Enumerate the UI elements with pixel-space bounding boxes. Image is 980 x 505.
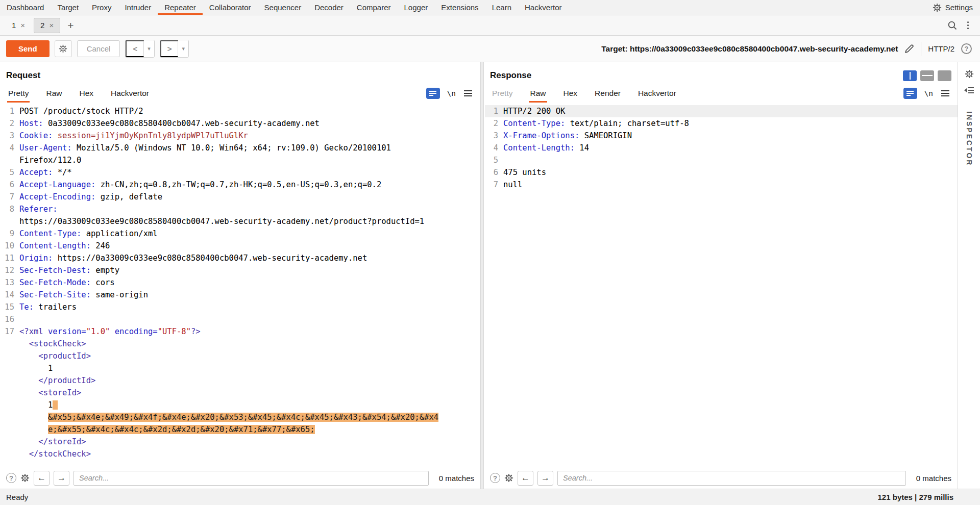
line-number: 4	[1, 142, 19, 154]
more-options-icon[interactable]	[965, 20, 971, 30]
menu-item-comparer[interactable]: Comparer	[350, 0, 398, 15]
word-wrap-icon[interactable]	[903, 88, 917, 99]
settings-button[interactable]: Settings	[925, 0, 980, 15]
close-tab-icon[interactable]: ×	[49, 21, 54, 30]
forward-request-button[interactable]: >	[160, 40, 179, 57]
search-help-icon[interactable]: ?	[490, 473, 500, 483]
forward-request-dropdown[interactable]: ▾	[178, 40, 188, 57]
menu-item-proxy[interactable]: Proxy	[85, 0, 118, 15]
search-help-icon[interactable]: ?	[6, 473, 16, 483]
response-panel: Response PrettyRawHexRenderHackvertor \n	[484, 62, 958, 489]
search-next-button[interactable]: →	[54, 471, 69, 486]
search-input[interactable]	[557, 471, 906, 486]
editor-menu-icon[interactable]	[940, 89, 950, 97]
response-title: Response	[490, 70, 531, 81]
menu-item-repeater[interactable]: Repeater	[158, 0, 203, 15]
tab-raw[interactable]: Raw	[45, 85, 63, 103]
new-tab-button[interactable]: +	[62, 20, 79, 31]
line-number	[1, 374, 19, 387]
line-number: 14	[1, 289, 19, 301]
tab-hackvertor[interactable]: Hackvertor	[110, 85, 150, 103]
line-content: </storeId>	[19, 436, 86, 448]
panel-divider[interactable]	[480, 62, 484, 489]
send-button[interactable]: Send	[6, 40, 50, 57]
show-newlines-icon[interactable]: \n	[447, 89, 456, 97]
tab-hex[interactable]: Hex	[562, 85, 579, 103]
editor-line: Firefox/112.0	[1, 154, 480, 166]
show-newlines-icon[interactable]: \n	[924, 89, 933, 97]
menu-item-sequencer[interactable]: Sequencer	[258, 0, 308, 15]
layout-rows-icon[interactable]	[920, 70, 934, 81]
line-content: Content-Type: text/plain; charset=utf-8	[503, 117, 689, 130]
editor-menu-icon[interactable]	[463, 89, 473, 97]
line-number	[1, 387, 19, 399]
line-content: <?xml version="1.0" encoding="UTF-8"?>	[19, 325, 201, 338]
line-number	[1, 350, 19, 362]
search-prev-button[interactable]: ←	[34, 471, 50, 486]
search-settings-icon[interactable]	[504, 473, 513, 483]
inspector-collapse-icon[interactable]	[964, 87, 974, 94]
search-input[interactable]	[74, 471, 429, 486]
layout-single-icon[interactable]	[938, 70, 951, 81]
line-content: Accept-Encoding: gzip, deflate	[19, 191, 162, 203]
line-number: 2	[485, 117, 503, 130]
edit-target-icon[interactable]	[904, 44, 914, 54]
tab-pretty[interactable]: Pretty	[7, 85, 30, 103]
back-request-group: < ▾	[125, 40, 154, 58]
settings-label: Settings	[945, 3, 973, 12]
close-tab-icon[interactable]: ×	[20, 21, 25, 30]
search-icon[interactable]	[947, 20, 957, 30]
inspector-rail: INSPECTOR	[958, 62, 980, 489]
layout-columns-icon[interactable]	[903, 70, 917, 81]
response-editor[interactable]: 1HTTP/2 200 OK2Content-Type: text/plain;…	[484, 103, 958, 467]
tab-bar-tools	[947, 20, 975, 30]
word-wrap-icon[interactable]	[426, 88, 440, 99]
match-count: 0 matches	[439, 474, 474, 483]
repeater-tab-label: 2	[40, 21, 44, 30]
line-content: X-Frame-Options: SAMEORIGIN	[503, 130, 632, 142]
menu-item-dashboard[interactable]: Dashboard	[0, 0, 51, 15]
repeater-tab-1[interactable]: 1×	[5, 18, 32, 33]
editor-line: 6475 units	[485, 166, 958, 179]
request-search-bar: ? ← → 0 matches	[0, 467, 480, 489]
line-content: User-Agent: Mozilla/5.0 (Windows NT 10.0…	[19, 142, 391, 154]
inspector-panel-handle[interactable]: INSPECTOR	[965, 111, 973, 166]
menu-item-learn[interactable]: Learn	[485, 0, 518, 15]
back-request-button[interactable]: <	[126, 40, 144, 57]
line-content: Accept-Language: zh-CN,zh;q=0.8,zh-TW;q=…	[19, 179, 381, 191]
editor-line: 1	[1, 399, 480, 411]
line-content: e;&#x55;&#x4c;&#x4c;&#x2d;&#x2d;&#x20;&#…	[19, 423, 315, 436]
tab-raw[interactable]: Raw	[529, 85, 547, 103]
menu-item-decoder[interactable]: Decoder	[308, 0, 350, 15]
menu-item-extensions[interactable]: Extensions	[434, 0, 485, 15]
menu-item-intruder[interactable]: Intruder	[118, 0, 158, 15]
cancel-button[interactable]: Cancel	[77, 40, 120, 57]
line-content: Accept: */*	[19, 166, 72, 179]
menu-item-target[interactable]: Target	[51, 0, 85, 15]
help-icon[interactable]: ?	[961, 43, 972, 54]
menu-item-collaborator[interactable]: Collaborator	[203, 0, 258, 15]
repeater-tab-list: 1×2×	[5, 18, 60, 33]
editor-line: 7Accept-Encoding: gzip, deflate	[1, 191, 480, 203]
tab-hackvertor[interactable]: Hackvertor	[637, 85, 677, 103]
search-next-button[interactable]: →	[537, 471, 553, 486]
line-number	[1, 362, 19, 374]
request-editor[interactable]: 1POST /product/stock HTTP/22Host: 0a3300…	[0, 103, 480, 467]
search-settings-icon[interactable]	[20, 473, 30, 483]
line-number	[1, 399, 19, 411]
editor-settings-gear-icon[interactable]	[965, 69, 974, 79]
search-prev-button[interactable]: ←	[518, 471, 533, 486]
repeater-tab-2[interactable]: 2×	[34, 18, 60, 33]
line-content: null	[503, 179, 522, 191]
tab-hex[interactable]: Hex	[79, 85, 95, 103]
tab-render[interactable]: Render	[594, 85, 622, 103]
back-request-dropdown[interactable]: ▾	[144, 40, 154, 57]
menu-item-logger[interactable]: Logger	[398, 0, 435, 15]
editor-line: 5	[485, 154, 958, 166]
send-settings-button[interactable]	[55, 40, 72, 57]
line-content: Content-Length: 246	[19, 240, 110, 252]
tab-pretty[interactable]: Pretty	[491, 85, 513, 103]
menu-item-hackvertor[interactable]: Hackvertor	[518, 0, 569, 15]
forward-request-group: > ▾	[160, 40, 189, 58]
response-editor-tabs: PrettyRawHexRenderHackvertor	[491, 85, 693, 103]
